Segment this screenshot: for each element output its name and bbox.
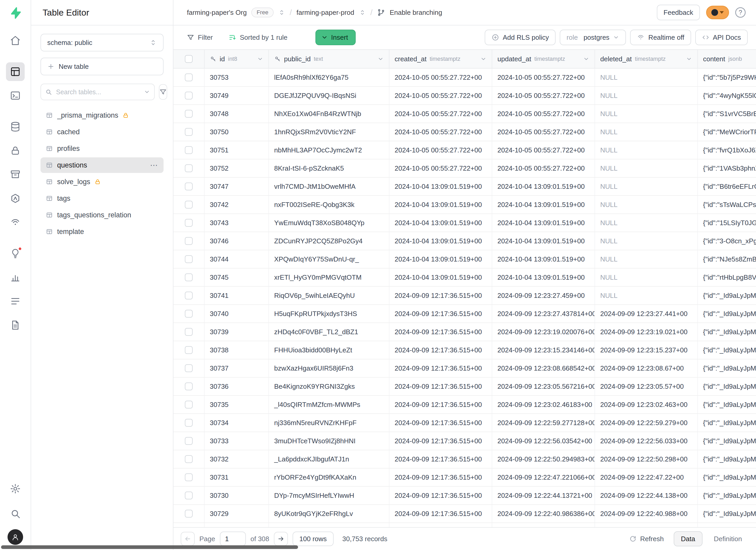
table-editor-icon[interactable] — [6, 62, 25, 81]
row-checkbox[interactable] — [185, 383, 193, 390]
cell-created-at[interactable]: 2024-10-05 00:55:27.722+00 — [389, 69, 492, 86]
cell-updated-at[interactable]: 2024-10-05 00:55:27.722+00 — [492, 123, 595, 141]
cell-content[interactable]: {"id":"_Id9aLyJpMHQLaiQG — [698, 323, 756, 341]
cell-created-at[interactable]: 2024-09-09 12:17:36.515+00 — [389, 359, 492, 377]
cell-public-id[interactable]: NhXEo1Xw04FnB4RzWTNjb — [269, 105, 389, 123]
tab-data[interactable]: Data — [674, 531, 703, 546]
sidebar-table-item[interactable]: cached — [41, 124, 164, 140]
table-row[interactable]: 30746 ZDCunRYJP2CQ5Z8Po2Gy4 2024-10-04 1… — [173, 232, 756, 250]
table-row[interactable]: 30751 nbMhHL3AP7OcCJymc2wT2 2024-10-05 0… — [173, 141, 756, 159]
cell-public-id[interactable]: rYbORF2e4YgDt9fKAXaKn — [269, 468, 389, 486]
cell-created-at[interactable]: 2024-10-05 00:55:27.722+00 — [389, 105, 492, 123]
insert-button[interactable]: Insert — [315, 30, 356, 45]
table-row[interactable]: 30744 XPQwDIqY6Y75SwDnU-qr_ 2024-10-04 1… — [173, 250, 756, 269]
cell-deleted-at[interactable]: 2024-09-09 12:23:15.237+00 — [595, 341, 698, 359]
rows-per-page-select[interactable]: 100 rows — [293, 532, 334, 546]
cell-content[interactable]: {"id":"1VASb3phnXXkQPCp — [698, 159, 756, 177]
column-menu-chevron-icon[interactable] — [480, 56, 487, 62]
cell-id[interactable]: 30746 — [205, 232, 269, 250]
cell-public-id[interactable]: 3muDHTceTWso9IZj8hHNI — [269, 432, 389, 450]
cell-created-at[interactable]: 2024-09-09 12:17:36.515+00 — [389, 505, 492, 522]
cell-content[interactable]: {"id":"sTsWaLCPsVA2WuK2 — [698, 196, 756, 213]
row-checkbox[interactable] — [185, 437, 193, 445]
cell-created-at[interactable]: 2024-09-09 12:17:36.515+00 — [389, 287, 492, 304]
cell-created-at[interactable]: 2024-10-04 13:09:01.519+00 — [389, 250, 492, 268]
cell-created-at[interactable]: 2024-10-04 13:09:01.519+00 — [389, 196, 492, 213]
cell-public-id[interactable]: zHDq4c0F0VBF_TL2_dBZ1 — [269, 323, 389, 341]
cell-deleted-at[interactable]: 2024-09-09 12:23:19.021+00 — [595, 323, 698, 341]
cell-public-id[interactable]: YwEmuWdqT38XoSB048QYp — [269, 214, 389, 232]
cell-deleted-at[interactable]: 2024-09-09 12:22:50.298+00 — [595, 450, 698, 468]
cell-public-id[interactable]: XPQwDIqY6Y75SwDnU-qr_ — [269, 250, 389, 268]
cell-updated-at[interactable]: 2024-09-09 12:23:27.437814+00 — [492, 305, 595, 323]
row-checkbox[interactable] — [185, 164, 193, 172]
cell-updated-at[interactable]: 2024-10-04 13:09:01.519+00 — [492, 178, 595, 195]
cell-deleted-at[interactable]: NULL — [595, 69, 698, 86]
cell-id[interactable]: 30735 — [205, 396, 269, 413]
table-row[interactable]: 30730 DYp-7mcyMSIrHefLYIwwH 2024-09-09 1… — [173, 487, 756, 505]
cell-deleted-at[interactable]: 2024-09-09 12:22:40.988+00 — [595, 505, 698, 522]
cell-content[interactable]: {"id":"4wyNgK55lOfrpmYZc — [698, 87, 756, 104]
cell-public-id[interactable]: nj336mN5reuRVNZrKHFpF — [269, 414, 389, 432]
table-row[interactable]: 30738 FHHUioa3bidd00BHyLeZt 2024-09-09 1… — [173, 341, 756, 359]
cell-updated-at[interactable]: 2024-09-09 12:23:02.46183+00 — [492, 396, 595, 413]
cell-id[interactable]: 30749 — [205, 87, 269, 104]
cell-public-id[interactable]: DYp-7mcyMSIrHefLYIwwH — [269, 487, 389, 504]
logs-icon[interactable] — [6, 292, 25, 311]
search-icon[interactable] — [6, 504, 25, 523]
cell-deleted-at[interactable]: NULL — [595, 250, 698, 268]
cell-id[interactable]: 30750 — [205, 123, 269, 141]
cell-deleted-at[interactable]: NULL — [595, 214, 698, 232]
row-checkbox[interactable] — [185, 183, 193, 190]
column-header[interactable]: created_at timestamptz — [389, 50, 492, 68]
table-row[interactable]: 30740 H5uqFKpRUTPkjxdysT3HS 2024-09-09 1… — [173, 305, 756, 323]
cell-created-at[interactable]: 2024-10-04 13:09:01.519+00 — [389, 214, 492, 232]
cell-id[interactable]: 30731 — [205, 468, 269, 486]
cell-public-id[interactable]: RiqOV6p_5wihLeIAEQyhU — [269, 287, 389, 304]
cell-updated-at[interactable]: 2024-10-04 13:09:01.519+00 — [492, 196, 595, 213]
column-menu-chevron-icon[interactable] — [686, 56, 692, 62]
cell-id[interactable]: 30741 — [205, 287, 269, 304]
cell-created-at[interactable]: 2024-09-09 12:17:36.515+00 — [389, 305, 492, 323]
cell-content[interactable]: {"id":"_Id9aLyJpMHQLaiQG — [698, 523, 756, 527]
api-docs-button[interactable]: API Docs — [695, 30, 748, 45]
cell-content[interactable]: {"id":"_Id9aLyJpMHQLaiQG — [698, 450, 756, 468]
cell-content[interactable]: {"id":"S1vrVC5BrB59wqcM4 — [698, 105, 756, 123]
cell-id[interactable]: 30734 — [205, 414, 269, 432]
cell-deleted-at[interactable]: NULL — [595, 196, 698, 213]
cell-updated-at[interactable]: 2024-09-09 12:23:27.459+00 — [492, 287, 595, 304]
column-menu-chevron-icon[interactable] — [257, 56, 263, 62]
cell-updated-at[interactable]: 2024-09-09 12:22:59.277128+00 — [492, 414, 595, 432]
cell-public-id[interactable]: 8KraI-tSI-6-pSZcknaK5 — [269, 159, 389, 177]
column-header[interactable]: deleted_at timestamptz — [595, 50, 698, 68]
cell-id[interactable]: 30737 — [205, 359, 269, 377]
cell-id[interactable]: 30730 — [205, 487, 269, 504]
cell-public-id[interactable]: 8yUKotr9qGYjK2eFRhgLv — [269, 505, 389, 522]
help-icon[interactable]: ? — [735, 7, 746, 18]
table-row[interactable]: 30748 NhXEo1Xw04FnB4RzWTNjb 2024-10-05 0… — [173, 105, 756, 123]
cell-created-at[interactable]: 2024-10-04 13:09:01.519+00 — [389, 178, 492, 195]
new-table-button[interactable]: New table — [41, 58, 164, 75]
table-row[interactable]: 30732 _La6pddxcKJIbgufATJ1n 2024-09-09 1… — [173, 450, 756, 468]
settings-gear-icon[interactable] — [6, 479, 25, 498]
cell-created-at[interactable]: 2024-10-05 00:55:27.722+00 — [389, 141, 492, 159]
table-row[interactable]: 30753 lEfA0sRh9hlXf62Y6ga75 2024-10-05 0… — [173, 69, 756, 87]
cell-created-at[interactable]: 2024-09-09 12:17:36.515+00 — [389, 323, 492, 341]
cell-id[interactable]: 30747 — [205, 178, 269, 195]
cell-id[interactable]: 30732 — [205, 450, 269, 468]
row-checkbox[interactable] — [185, 346, 193, 354]
table-row[interactable]: 30747 vrlh7CMD-JtM1bOweMHfA 2024-10-04 1… — [173, 178, 756, 196]
cell-id[interactable]: 30742 — [205, 196, 269, 213]
cell-deleted-at[interactable]: 2024-09-09 12:23:05.57+00 — [595, 378, 698, 395]
cell-public-id[interactable]: _l40sQIRTmMZfcm-MWMPs — [269, 396, 389, 413]
sort-button[interactable]: Sorted by 1 rule — [223, 30, 293, 45]
row-checkbox[interactable] — [185, 455, 193, 463]
realtime-toggle-button[interactable]: Realtime off — [630, 30, 691, 45]
cell-created-at[interactable]: 2024-09-09 12:17:36.515+00 — [389, 414, 492, 432]
cell-id[interactable]: 30729 — [205, 505, 269, 522]
cell-content[interactable]: {"id":"_Id9aLyJpMHQLaiQG — [698, 396, 756, 413]
schema-select[interactable]: schema: public — [41, 34, 164, 51]
cell-deleted-at[interactable]: NULL — [595, 178, 698, 195]
cell-updated-at[interactable]: 2024-09-09 12:22:37.955419+00 — [492, 523, 595, 527]
prev-page-button[interactable] — [181, 532, 195, 546]
